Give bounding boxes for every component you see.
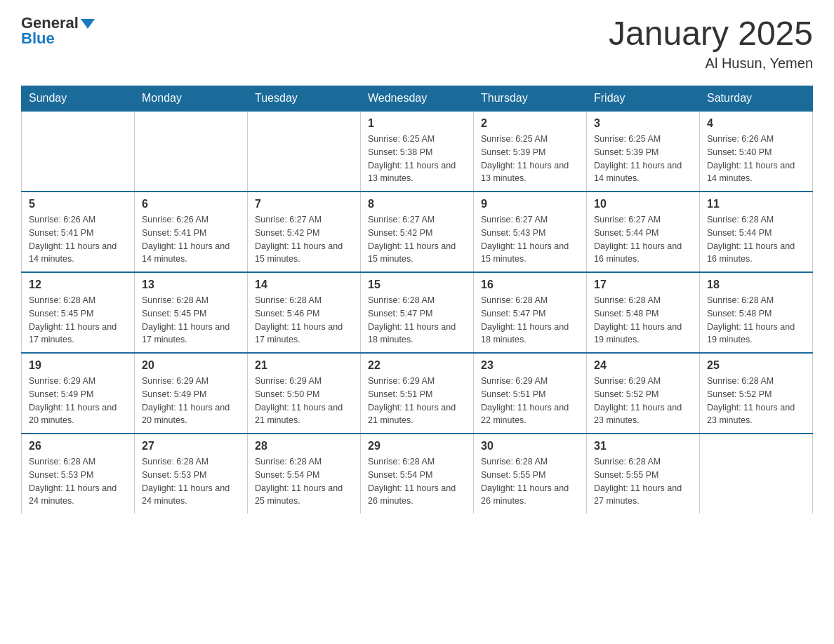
day-info: Sunrise: 6:28 AM Sunset: 5:52 PM Dayligh…: [707, 375, 805, 427]
header-cell-tuesday: Tuesday: [248, 86, 361, 112]
day-info: Sunrise: 6:28 AM Sunset: 5:45 PM Dayligh…: [29, 294, 127, 347]
calendar-cell: 22Sunrise: 6:29 AM Sunset: 5:51 PM Dayli…: [361, 353, 474, 434]
logo-blue-text: Blue: [21, 29, 55, 48]
day-number: 3: [594, 117, 692, 130]
calendar-cell: [700, 434, 813, 514]
week-row-5: 26Sunrise: 6:28 AM Sunset: 5:53 PM Dayli…: [22, 434, 813, 514]
day-info: Sunrise: 6:29 AM Sunset: 5:49 PM Dayligh…: [142, 375, 240, 427]
calendar-cell: 4Sunrise: 6:26 AM Sunset: 5:40 PM Daylig…: [700, 111, 813, 192]
day-number: 21: [255, 359, 353, 372]
calendar-cell: 9Sunrise: 6:27 AM Sunset: 5:43 PM Daylig…: [474, 192, 587, 272]
day-number: 20: [142, 359, 240, 372]
calendar-cell: 5Sunrise: 6:26 AM Sunset: 5:41 PM Daylig…: [22, 192, 135, 272]
day-number: 13: [142, 279, 240, 291]
day-number: 24: [594, 359, 692, 372]
day-number: 22: [368, 359, 466, 372]
day-number: 6: [142, 198, 240, 210]
day-number: 27: [142, 440, 240, 452]
calendar-cell: 11Sunrise: 6:28 AM Sunset: 5:44 PM Dayli…: [700, 192, 813, 272]
day-number: 19: [29, 359, 127, 372]
day-number: 9: [481, 198, 579, 210]
calendar-cell: [248, 111, 361, 192]
calendar-cell: 21Sunrise: 6:29 AM Sunset: 5:50 PM Dayli…: [248, 353, 361, 434]
calendar-cell: 1Sunrise: 6:25 AM Sunset: 5:38 PM Daylig…: [361, 111, 474, 192]
calendar-cell: 25Sunrise: 6:28 AM Sunset: 5:52 PM Dayli…: [700, 353, 813, 434]
day-info: Sunrise: 6:28 AM Sunset: 5:44 PM Dayligh…: [707, 213, 805, 266]
day-number: 16: [481, 279, 579, 291]
header-cell-wednesday: Wednesday: [361, 86, 474, 112]
calendar-cell: 18Sunrise: 6:28 AM Sunset: 5:48 PM Dayli…: [700, 272, 813, 353]
calendar-cell: 3Sunrise: 6:25 AM Sunset: 5:39 PM Daylig…: [587, 111, 700, 192]
day-number: 15: [368, 279, 466, 291]
day-info: Sunrise: 6:28 AM Sunset: 5:47 PM Dayligh…: [481, 294, 579, 347]
day-info: Sunrise: 6:28 AM Sunset: 5:47 PM Dayligh…: [368, 294, 466, 347]
logo: General Blue: [21, 14, 95, 48]
day-info: Sunrise: 6:27 AM Sunset: 5:42 PM Dayligh…: [255, 213, 353, 266]
day-info: Sunrise: 6:27 AM Sunset: 5:44 PM Dayligh…: [594, 213, 692, 266]
calendar-cell: 26Sunrise: 6:28 AM Sunset: 5:53 PM Dayli…: [22, 434, 135, 514]
title-area: January 2025 Al Husun, Yemen: [609, 14, 813, 72]
day-info: Sunrise: 6:29 AM Sunset: 5:51 PM Dayligh…: [481, 375, 579, 427]
day-info: Sunrise: 6:25 AM Sunset: 5:39 PM Dayligh…: [594, 133, 692, 185]
calendar-cell: 23Sunrise: 6:29 AM Sunset: 5:51 PM Dayli…: [474, 353, 587, 434]
day-number: 28: [255, 440, 353, 452]
day-info: Sunrise: 6:29 AM Sunset: 5:49 PM Dayligh…: [29, 375, 127, 427]
day-number: 4: [707, 117, 805, 130]
day-info: Sunrise: 6:28 AM Sunset: 5:45 PM Dayligh…: [142, 294, 240, 347]
day-number: 17: [594, 279, 692, 291]
day-info: Sunrise: 6:28 AM Sunset: 5:55 PM Dayligh…: [481, 455, 579, 508]
calendar-table: SundayMondayTuesdayWednesdayThursdayFrid…: [21, 86, 813, 514]
calendar-body: 1Sunrise: 6:25 AM Sunset: 5:38 PM Daylig…: [22, 111, 813, 514]
week-row-1: 1Sunrise: 6:25 AM Sunset: 5:38 PM Daylig…: [22, 111, 813, 192]
calendar-cell: 19Sunrise: 6:29 AM Sunset: 5:49 PM Dayli…: [22, 353, 135, 434]
calendar-cell: 31Sunrise: 6:28 AM Sunset: 5:55 PM Dayli…: [587, 434, 700, 514]
calendar-cell: 6Sunrise: 6:26 AM Sunset: 5:41 PM Daylig…: [135, 192, 248, 272]
week-row-4: 19Sunrise: 6:29 AM Sunset: 5:49 PM Dayli…: [22, 353, 813, 434]
day-number: 23: [481, 359, 579, 372]
day-info: Sunrise: 6:28 AM Sunset: 5:46 PM Dayligh…: [255, 294, 353, 347]
header-cell-monday: Monday: [135, 86, 248, 112]
calendar-cell: 17Sunrise: 6:28 AM Sunset: 5:48 PM Dayli…: [587, 272, 700, 353]
day-number: 29: [368, 440, 466, 452]
day-number: 11: [707, 198, 805, 210]
day-info: Sunrise: 6:27 AM Sunset: 5:42 PM Dayligh…: [368, 213, 466, 266]
calendar-cell: 29Sunrise: 6:28 AM Sunset: 5:54 PM Dayli…: [361, 434, 474, 514]
day-info: Sunrise: 6:28 AM Sunset: 5:53 PM Dayligh…: [29, 455, 127, 508]
day-number: 1: [368, 117, 466, 130]
day-info: Sunrise: 6:28 AM Sunset: 5:48 PM Dayligh…: [707, 294, 805, 347]
calendar-cell: 13Sunrise: 6:28 AM Sunset: 5:45 PM Dayli…: [135, 272, 248, 353]
week-row-2: 5Sunrise: 6:26 AM Sunset: 5:41 PM Daylig…: [22, 192, 813, 272]
header-cell-friday: Friday: [587, 86, 700, 112]
header-cell-sunday: Sunday: [22, 86, 135, 112]
day-info: Sunrise: 6:28 AM Sunset: 5:54 PM Dayligh…: [255, 455, 353, 508]
calendar-subtitle: Al Husun, Yemen: [609, 55, 813, 72]
day-number: 26: [29, 440, 127, 452]
calendar-cell: [135, 111, 248, 192]
day-number: 5: [29, 198, 127, 210]
calendar-cell: 15Sunrise: 6:28 AM Sunset: 5:47 PM Dayli…: [361, 272, 474, 353]
calendar-title: January 2025: [609, 14, 813, 53]
day-number: 25: [707, 359, 805, 372]
calendar-cell: 28Sunrise: 6:28 AM Sunset: 5:54 PM Dayli…: [248, 434, 361, 514]
week-row-3: 12Sunrise: 6:28 AM Sunset: 5:45 PM Dayli…: [22, 272, 813, 353]
header-cell-saturday: Saturday: [700, 86, 813, 112]
calendar-cell: 12Sunrise: 6:28 AM Sunset: 5:45 PM Dayli…: [22, 272, 135, 353]
day-info: Sunrise: 6:25 AM Sunset: 5:38 PM Dayligh…: [368, 133, 466, 185]
day-info: Sunrise: 6:29 AM Sunset: 5:51 PM Dayligh…: [368, 375, 466, 427]
calendar-cell: 7Sunrise: 6:27 AM Sunset: 5:42 PM Daylig…: [248, 192, 361, 272]
header-cell-thursday: Thursday: [474, 86, 587, 112]
day-number: 14: [255, 279, 353, 291]
day-info: Sunrise: 6:26 AM Sunset: 5:40 PM Dayligh…: [707, 133, 805, 185]
day-number: 18: [707, 279, 805, 291]
day-info: Sunrise: 6:25 AM Sunset: 5:39 PM Dayligh…: [481, 133, 579, 185]
day-number: 8: [368, 198, 466, 210]
calendar-cell: 30Sunrise: 6:28 AM Sunset: 5:55 PM Dayli…: [474, 434, 587, 514]
day-info: Sunrise: 6:29 AM Sunset: 5:52 PM Dayligh…: [594, 375, 692, 427]
day-number: 7: [255, 198, 353, 210]
calendar-cell: 10Sunrise: 6:27 AM Sunset: 5:44 PM Dayli…: [587, 192, 700, 272]
day-number: 2: [481, 117, 579, 130]
calendar-cell: 27Sunrise: 6:28 AM Sunset: 5:53 PM Dayli…: [135, 434, 248, 514]
calendar-cell: 2Sunrise: 6:25 AM Sunset: 5:39 PM Daylig…: [474, 111, 587, 192]
day-info: Sunrise: 6:26 AM Sunset: 5:41 PM Dayligh…: [142, 213, 240, 266]
day-info: Sunrise: 6:28 AM Sunset: 5:55 PM Dayligh…: [594, 455, 692, 508]
